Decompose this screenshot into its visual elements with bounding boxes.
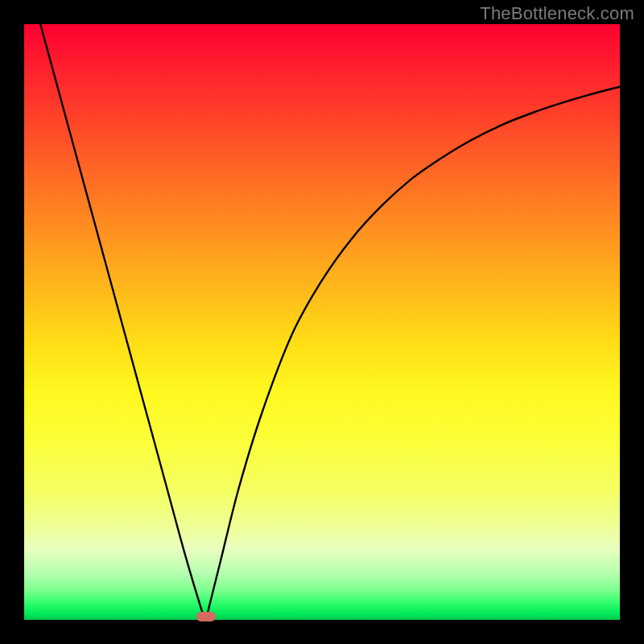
bottleneck-curve-path xyxy=(24,24,620,620)
plot-area xyxy=(24,24,620,620)
watermark-text: TheBottleneck.com xyxy=(480,3,634,24)
curve-svg xyxy=(24,24,620,620)
chart-frame: TheBottleneck.com xyxy=(0,0,644,644)
optimal-marker xyxy=(196,612,216,621)
